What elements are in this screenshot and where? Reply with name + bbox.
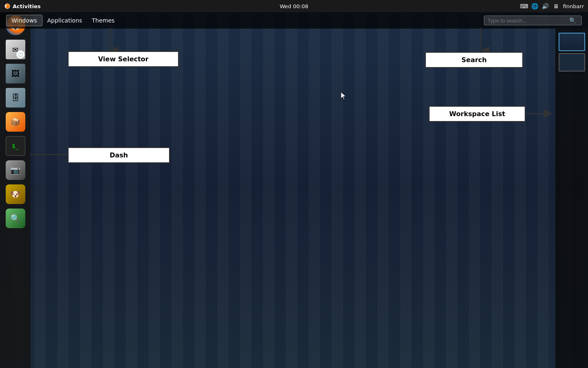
dock-item-photos[interactable]: 🖼 xyxy=(4,63,27,85)
annotation-view-selector: View Selector xyxy=(68,51,179,67)
arrow-dash xyxy=(31,150,71,163)
files-icon: 🗄 xyxy=(11,93,20,103)
dock-item-zoom[interactable]: 🔍 xyxy=(4,207,27,229)
tab-windows[interactable]: Windows xyxy=(6,15,42,26)
annotation-search: Search xyxy=(425,52,523,68)
svg-text:f: f xyxy=(5,4,7,9)
activities-label: Activities xyxy=(13,3,41,9)
tab-themes[interactable]: Themes xyxy=(87,15,120,26)
activities-icon: f xyxy=(4,3,11,9)
arrow-search xyxy=(469,28,493,54)
camera-icon: 📷 xyxy=(10,165,20,175)
annotation-workspace: Workspace List xyxy=(429,106,526,122)
terminal-icon: $_ xyxy=(12,143,19,149)
top-panel: f Activities Wed 00:08 ⌨ 🌐 🔊 🖥 finnbarr xyxy=(0,0,588,12)
desktop: f Activities Wed 00:08 ⌨ 🌐 🔊 🖥 finnbarr … xyxy=(0,0,588,368)
workspace-thumb-2[interactable] xyxy=(559,53,585,72)
dock-item-files[interactable]: 🗄 xyxy=(4,87,27,109)
workspace-preview-2 xyxy=(559,54,584,71)
search-bar: 🔍 xyxy=(484,16,582,25)
dock-item-gimp[interactable]: 🐶 xyxy=(4,183,27,205)
clock: Wed 00:08 xyxy=(280,3,308,9)
keyboard-icon[interactable]: ⌨ xyxy=(521,2,528,10)
dock-item-app1[interactable]: 📦 xyxy=(4,111,27,133)
dock-item-mail[interactable]: ✉ 🕛 xyxy=(4,38,27,61)
arrow-view-selector xyxy=(98,28,122,54)
svg-marker-2 xyxy=(341,92,346,100)
dock-item-terminal[interactable]: $_ xyxy=(4,135,27,157)
photos-icon: 🖼 xyxy=(11,69,20,79)
zoom-icon: 🔍 xyxy=(10,213,20,223)
workspace-preview-1 xyxy=(559,34,584,50)
volume-icon[interactable]: 🔊 xyxy=(542,2,549,10)
dock-item-camera[interactable]: 📷 xyxy=(4,159,27,181)
panel-right: ⌨ 🌐 🔊 🖥 finnbarr xyxy=(521,2,588,10)
arrow-workspace xyxy=(526,110,558,122)
mouse-cursor xyxy=(341,92,347,100)
dock: 🦊 ✉ 🕛 🖼 🗄 📦 xyxy=(0,12,31,368)
username[interactable]: finnbarr xyxy=(563,3,584,9)
gnome-activities-bar: Windows Applications Themes 🔍 xyxy=(0,12,588,29)
clock-overlay: 🕛 xyxy=(16,50,24,58)
search-input[interactable] xyxy=(488,18,569,24)
gimp-icon: 🐶 xyxy=(10,189,20,199)
annotation-dash: Dash xyxy=(68,147,170,163)
app1-icon: 📦 xyxy=(10,117,20,127)
workspace-panel xyxy=(555,29,588,368)
display-icon[interactable]: 🖥 xyxy=(552,2,560,10)
workspace-thumb-1[interactable] xyxy=(559,33,585,51)
search-icon[interactable]: 🔍 xyxy=(569,17,576,24)
network-icon[interactable]: 🌐 xyxy=(531,2,539,10)
activities-button[interactable]: f Activities xyxy=(0,0,45,12)
tab-applications[interactable]: Applications xyxy=(42,15,87,26)
